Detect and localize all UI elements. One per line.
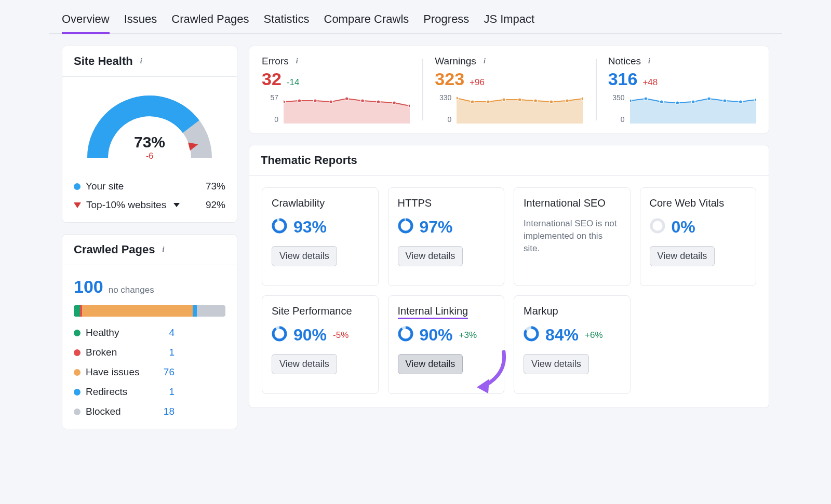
crawled-legend-label: Broken (86, 347, 117, 358)
dot-icon (74, 349, 81, 356)
svg-point-29 (754, 98, 756, 101)
svg-point-15 (502, 98, 506, 101)
metric-errors[interactable]: Errorsi32-14570 (249, 56, 422, 124)
donut-icon (272, 326, 287, 344)
svg-point-25 (691, 100, 695, 103)
crawled-legend-label: Blocked (86, 406, 121, 417)
callout-arrow-icon (474, 349, 510, 396)
svg-point-13 (471, 100, 474, 103)
dot-icon (74, 369, 81, 376)
your-site-value: 73% (206, 181, 225, 192)
your-site-row[interactable]: Your site 73% (74, 181, 225, 192)
report-card-internal-linking: Internal Linking90%+3%View details (388, 295, 505, 394)
view-details-button[interactable]: View details (398, 354, 463, 374)
metric-warnings[interactable]: Warningsi323+963300 (422, 56, 595, 124)
crawled-legend-row[interactable]: Blocked18 (74, 406, 225, 417)
metric-value: 316 (608, 69, 638, 89)
donut-icon (524, 326, 539, 344)
view-details-button[interactable]: View details (524, 354, 589, 374)
report-description: International SEO is not implemented on … (524, 217, 621, 254)
info-icon[interactable]: i (480, 57, 489, 65)
report-title: Crawlability (272, 197, 325, 211)
svg-point-3 (284, 100, 286, 103)
svg-point-8 (361, 99, 365, 102)
report-percent: 90% (293, 325, 327, 345)
dot-icon (74, 408, 81, 415)
svg-point-4 (298, 99, 301, 102)
svg-point-19 (566, 99, 569, 102)
metric-delta: +96 (470, 77, 485, 88)
svg-point-21 (630, 99, 632, 102)
svg-point-28 (739, 100, 742, 103)
report-card-core-web-vitals: Core Web Vitals0%View details (640, 187, 757, 286)
svg-point-20 (581, 97, 583, 100)
tab-statistics[interactable]: Statistics (263, 8, 309, 33)
donut-icon (650, 218, 665, 236)
info-icon[interactable]: i (645, 57, 653, 65)
thematic-title: Thematic Reports (261, 154, 357, 167)
metric-delta: +48 (642, 77, 658, 88)
tab-issues[interactable]: Issues (124, 8, 157, 33)
tab-progress[interactable]: Progress (423, 8, 469, 33)
crawled-legend-label: Healthy (86, 327, 119, 338)
metric-title: Warnings (435, 56, 476, 67)
top10-row[interactable]: Top-10% websites 92% (74, 199, 225, 211)
svg-point-5 (313, 99, 317, 102)
view-details-button[interactable]: View details (272, 246, 337, 266)
svg-point-18 (549, 100, 553, 103)
tab-compare-crawls[interactable]: Compare Crawls (324, 8, 409, 33)
crawled-legend-value: 1 (158, 347, 175, 358)
crawled-legend-row[interactable]: Redirects1 (74, 386, 225, 398)
svg-point-23 (660, 100, 663, 103)
view-details-button[interactable]: View details (272, 354, 337, 374)
svg-text:73%: 73% (134, 133, 165, 151)
report-title: Internal Linking (398, 305, 468, 319)
crawled-pages-title: Crawled Pages (74, 243, 155, 256)
crawled-legend-value: 18 (158, 406, 175, 417)
bar-segment (193, 305, 196, 317)
chevron-down-icon (173, 203, 180, 207)
tab-js-impact[interactable]: JS Impact (484, 8, 534, 33)
view-details-button[interactable]: View details (650, 246, 715, 266)
info-icon[interactable]: i (293, 57, 301, 65)
report-percent: 84% (545, 325, 579, 345)
donut-icon (398, 218, 413, 236)
donut-icon (398, 326, 413, 344)
view-details-button[interactable]: View details (398, 246, 463, 266)
svg-point-26 (707, 97, 711, 100)
svg-point-34 (651, 220, 664, 232)
report-card-site-performance: Site Performance90%-5%View details (262, 295, 379, 394)
metric-value: 323 (435, 69, 464, 89)
crawled-count[interactable]: 100 (74, 277, 103, 297)
crawled-legend-value: 1 (158, 386, 175, 398)
crawled-legend-label: Have issues (86, 366, 140, 378)
tab-overview[interactable]: Overview (62, 8, 110, 33)
bar-segment (74, 305, 80, 317)
svg-point-37 (273, 328, 286, 340)
svg-point-17 (534, 99, 538, 102)
tabs-bar: Overview Issues Crawled Pages Statistics… (49, 0, 782, 34)
report-title: HTTPS (398, 197, 432, 211)
report-percent: 0% (672, 217, 695, 237)
report-title: Site Performance (272, 305, 352, 319)
crawled-legend-row[interactable]: Have issues76 (74, 366, 225, 378)
svg-point-14 (487, 100, 490, 103)
metrics-card: Errorsi32-14570Warningsi323+963300Notice… (249, 46, 769, 133)
tab-crawled-pages[interactable]: Crawled Pages (171, 8, 249, 33)
thematic-reports-card: Thematic Reports Crawlability93%View det… (249, 145, 769, 408)
report-title: Markup (524, 305, 558, 319)
crawled-subtitle: no changes (109, 285, 154, 295)
svg-point-11 (408, 104, 410, 107)
axis-bottom: 0 (262, 115, 278, 124)
info-icon[interactable]: i (159, 246, 168, 254)
metric-delta: -14 (287, 77, 300, 88)
crawled-legend-row[interactable]: Broken1 (74, 347, 225, 358)
metric-value: 32 (262, 69, 282, 89)
crawled-legend-row[interactable]: Healthy4 (74, 327, 225, 338)
crawled-distribution-bar (74, 305, 225, 317)
metric-notices[interactable]: Noticesi316+483500 (596, 56, 769, 124)
info-icon[interactable]: i (137, 57, 145, 65)
crawled-legend-label: Redirects (86, 386, 127, 398)
triangle-down-icon (74, 202, 81, 208)
site-health-card: Site Health i 73% -6 (62, 46, 237, 223)
